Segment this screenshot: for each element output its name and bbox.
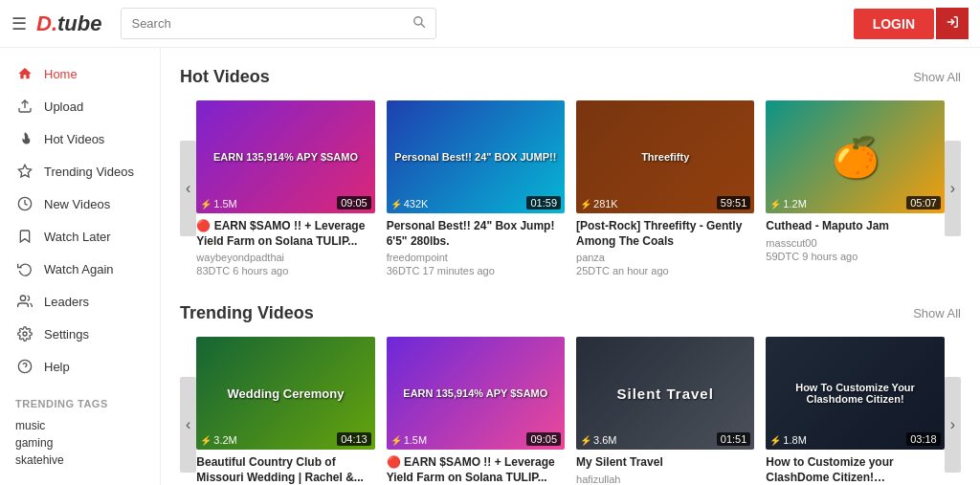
hot-video-1-duration: 09:05 (337, 196, 371, 209)
hot-videos-container: EARN 135,914% APY $SAMO ⚡1.5M 09:05 🔴 EA… (196, 100, 944, 276)
svg-point-5 (20, 296, 25, 300)
hot-videos-prev-arrow[interactable]: ‹ (180, 141, 196, 236)
sidebar-upload-label: Upload (44, 99, 83, 114)
trending-videos-row: ‹ Wedding Ceremony ⚡3.2M 04:13 Beautiful (180, 337, 961, 485)
hot-videos-icon (15, 131, 34, 146)
sidebar-hot-videos-label: Hot Videos (44, 132, 104, 146)
leaders-icon (15, 294, 34, 309)
trending-video-2-views: ⚡1.5M (390, 434, 427, 446)
sidebar-settings-label: Settings (44, 327, 89, 342)
hot-video-1-meta: 83DTC 6 hours ago (196, 265, 374, 276)
trending-tags-title: TRENDING TAGS (15, 398, 145, 409)
trending-video-3-info: My Silent Travel hafizullah 104DTC 2 day… (576, 450, 754, 485)
trending-video-2-duration: 09:05 (526, 432, 561, 446)
svg-line-1 (422, 24, 426, 28)
hot-video-2-duration: 01:59 (526, 196, 561, 209)
sidebar-leaders-label: Leaders (44, 295, 89, 309)
trending-video-3[interactable]: Silent Travel ⚡3.6M 01:51 My Silent Trav… (576, 337, 754, 485)
hot-videos-next-arrow[interactable]: › (945, 141, 961, 236)
hot-video-3[interactable]: Threefifty ⚡281K 59:51 [Post-Rock] Three… (576, 100, 754, 276)
trending-video-1-duration: 04:13 (337, 432, 371, 446)
header: ☰ D . tube LOGIN (0, 0, 980, 48)
trending-tags-section: TRENDING TAGS music gaming skatehive (0, 383, 160, 484)
sidebar-item-upload[interactable]: Upload (0, 90, 160, 122)
login-arrow-button[interactable] (936, 8, 969, 39)
trending-icon (15, 164, 34, 179)
sidebar-item-home[interactable]: Home (0, 57, 160, 90)
svg-point-0 (414, 17, 422, 25)
sidebar-item-watch-later[interactable]: Watch Later (0, 220, 160, 253)
hot-video-1-info: 🔴 EARN $SAMO !! + Leverage Yield Farm on… (196, 213, 374, 276)
menu-icon[interactable]: ☰ (11, 13, 27, 34)
hot-video-4[interactable]: 🍊 ⚡1.2M 05:07 Cuthead - Maputo Jam massc… (766, 100, 944, 276)
hot-video-3-duration: 59:51 (717, 196, 751, 209)
sidebar-home-label: Home (44, 67, 78, 81)
sidebar-item-new-videos[interactable]: New Videos (0, 187, 160, 220)
trending-video-2-title: 🔴 EARN $SAMO !! + Leverage Yield Farm on… (387, 455, 565, 485)
sidebar-item-settings[interactable]: Settings (0, 318, 160, 350)
tag-skatehive[interactable]: skatehive (15, 452, 145, 469)
sidebar-item-trending-videos[interactable]: Trending Videos (0, 155, 160, 187)
hot-video-3-views: ⚡281K (580, 198, 618, 209)
hot-video-2[interactable]: Personal Best!! 24" BOX JUMP!! ⚡432K 01:… (387, 100, 565, 276)
trending-video-1-info: Beautiful Country Club of Missouri Weddi… (196, 450, 374, 485)
sidebar: Home Upload Hot Videos Trending Videos N… (0, 48, 161, 485)
sidebar-item-help[interactable]: Help (0, 350, 160, 383)
hot-video-1[interactable]: EARN 135,914% APY $SAMO ⚡1.5M 09:05 🔴 EA… (196, 100, 374, 276)
trending-video-4-info: How to Customize your ClashDome Citizen!… (766, 450, 944, 485)
sidebar-trending-label: Trending Videos (44, 165, 134, 179)
tag-gaming[interactable]: gaming (15, 434, 145, 452)
hot-video-2-channel: freedompoint (387, 252, 565, 263)
tag-music[interactable]: music (15, 417, 145, 434)
hot-video-4-duration: 05:07 (906, 196, 941, 209)
trending-videos-show-all[interactable]: Show All (913, 306, 961, 320)
help-icon (15, 359, 34, 374)
hot-videos-section: Hot Videos Show All ‹ EARN 135,914% APY … (180, 67, 961, 276)
trending-video-2[interactable]: EARN 135,914% APY $SAMO ⚡1.5M 09:05 🔴 EA… (387, 337, 565, 485)
logo-d: D (36, 11, 52, 36)
upload-icon (15, 99, 34, 114)
trending-video-3-thumb: Silent Travel ⚡3.6M 01:51 (576, 337, 754, 450)
sidebar-new-videos-label: New Videos (44, 197, 110, 211)
hot-video-4-channel: masscut00 (766, 237, 944, 249)
trending-videos-prev-arrow[interactable]: ‹ (180, 377, 196, 473)
hot-video-1-channel: waybeyondpadthai (196, 252, 374, 263)
search-input[interactable] (122, 10, 403, 37)
trending-video-4-duration: 03:18 (906, 432, 941, 446)
hot-video-4-thumb: 🍊 ⚡1.2M 05:07 (766, 100, 944, 213)
sidebar-watch-again-label: Watch Again (44, 262, 114, 276)
layout: Home Upload Hot Videos Trending Videos N… (0, 48, 980, 485)
hot-video-4-views: ⚡1.2M (769, 198, 806, 209)
hot-videos-show-all[interactable]: Show All (913, 70, 961, 84)
trending-videos-header: Trending Videos Show All (180, 303, 961, 323)
watch-again-icon (15, 261, 34, 276)
hot-videos-row: ‹ EARN 135,914% APY $SAMO ⚡1.5M 09:05 🔴 (180, 100, 961, 276)
trending-video-2-thumb: EARN 135,914% APY $SAMO ⚡1.5M 09:05 (387, 337, 565, 450)
trending-video-1-thumb: Wedding Ceremony ⚡3.2M 04:13 (196, 337, 374, 450)
trending-video-1[interactable]: Wedding Ceremony ⚡3.2M 04:13 Beautiful C… (196, 337, 374, 485)
sidebar-item-hot-videos[interactable]: Hot Videos (0, 122, 160, 155)
sidebar-item-leaders[interactable]: Leaders (0, 285, 160, 318)
trending-video-4-views: ⚡1.8M (769, 434, 806, 446)
login-button[interactable]: LOGIN (854, 9, 934, 39)
sidebar-help-label: Help (44, 360, 70, 374)
watch-later-icon (15, 229, 34, 244)
main-content: Hot Videos Show All ‹ EARN 135,914% APY … (161, 48, 980, 485)
trending-video-4-title: How to Customize your ClashDome Citizen!… (766, 455, 944, 485)
hot-video-3-info: [Post-Rock] Threefifty - Gently Among Th… (576, 213, 754, 276)
trending-video-3-views: ⚡3.6M (580, 434, 616, 446)
trending-video-1-views: ⚡3.2M (200, 434, 236, 446)
trending-videos-next-arrow[interactable]: › (945, 377, 961, 473)
sidebar-item-watch-again[interactable]: Watch Again (0, 253, 160, 285)
hot-video-4-title: Cuthead - Maputo Jam (766, 219, 944, 234)
search-button[interactable] (403, 9, 435, 38)
hot-video-2-info: Personal Best!! 24" Box Jump! 6'5" 280lb… (387, 213, 565, 276)
hot-video-2-views: ⚡432K (390, 198, 429, 209)
logo[interactable]: D . tube (36, 11, 101, 36)
hot-video-1-thumb: EARN 135,914% APY $SAMO ⚡1.5M 09:05 (196, 100, 374, 213)
hot-video-2-thumb: Personal Best!! 24" BOX JUMP!! ⚡432K 01:… (387, 100, 565, 213)
trending-video-4[interactable]: How To Customize Your Clashdome Citizen!… (766, 337, 944, 485)
sidebar-watch-later-label: Watch Later (44, 230, 111, 244)
hot-video-1-views: ⚡1.5M (200, 198, 236, 209)
hot-video-2-meta: 36DTC 17 minutes ago (387, 265, 565, 276)
